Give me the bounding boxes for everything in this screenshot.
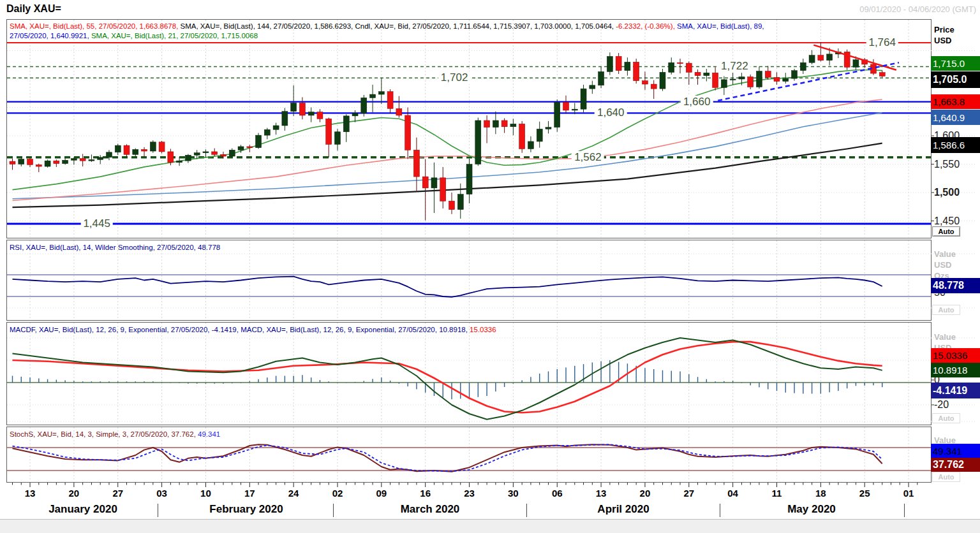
day-tick-label: 10 bbox=[200, 488, 211, 499]
auto-scale-button-price[interactable]: Auto bbox=[932, 226, 960, 237]
auto-scale-button-rsi[interactable]: Auto bbox=[932, 305, 960, 315]
day-tick-label: 25 bbox=[859, 488, 870, 499]
day-tick-label: 20 bbox=[69, 488, 80, 499]
price-badge: 1,586.6 bbox=[931, 137, 980, 153]
axis-title-line: Value bbox=[934, 332, 956, 342]
day-tick-label: 06 bbox=[552, 488, 563, 499]
axis-title-line: USD bbox=[934, 35, 954, 46]
macd-plot-area[interactable] bbox=[7, 323, 931, 425]
auto-scale-button-stoch[interactable]: Auto bbox=[932, 472, 960, 482]
price-badge: 48.778 bbox=[931, 278, 980, 293]
price-badge: -4.1419 bbox=[931, 383, 980, 398]
price-badge: 1,663.8 bbox=[931, 94, 980, 109]
month-label: March 2020 bbox=[401, 503, 460, 516]
auto-scale-button-macd[interactable]: Auto bbox=[932, 413, 960, 423]
day-tick-label: 18 bbox=[815, 488, 826, 499]
day-tick-label: 27 bbox=[683, 488, 694, 499]
month-label: May 2020 bbox=[787, 503, 836, 516]
month-separator bbox=[333, 504, 334, 517]
day-tick-label: 30 bbox=[508, 488, 519, 499]
price-badge: 49.341 bbox=[931, 444, 980, 458]
price-badge: 1,705.0 bbox=[931, 71, 980, 88]
axis-title-line: Price bbox=[934, 24, 954, 35]
month-separator bbox=[526, 504, 527, 517]
day-tick-label: 27 bbox=[112, 488, 123, 499]
y-axis-label: 1,500 bbox=[934, 187, 960, 198]
month-label: January 2020 bbox=[48, 503, 117, 516]
y-axis-label: -20 bbox=[934, 399, 949, 411]
stoch-plot-area[interactable] bbox=[7, 427, 931, 482]
month-separator bbox=[904, 504, 905, 517]
day-tick-label: 09 bbox=[376, 488, 387, 499]
axis-title-price: PriceUSD bbox=[934, 24, 954, 46]
price-badge: 10.8918 bbox=[931, 363, 980, 377]
y-axis-label: 1,550 bbox=[934, 159, 960, 170]
month-label: April 2020 bbox=[597, 503, 649, 516]
price-plot-area[interactable] bbox=[7, 20, 931, 238]
day-tick-label: 13 bbox=[25, 488, 36, 499]
price-badge: 1,640.9 bbox=[931, 110, 980, 125]
day-tick-label: 24 bbox=[288, 488, 299, 499]
day-tick-label: 03 bbox=[156, 488, 167, 499]
date-range: 09/01/2020 - 04/06/2020 (GMT) bbox=[859, 4, 976, 14]
month-separator bbox=[158, 504, 158, 517]
price-badge: 1,715.0 bbox=[931, 56, 980, 71]
chart-title: Daily XAU= bbox=[6, 3, 61, 15]
rsi-plot-area[interactable] bbox=[7, 240, 931, 320]
axis-title-line: Value bbox=[934, 249, 956, 259]
day-tick-label: 13 bbox=[596, 488, 607, 499]
day-tick-label: 11 bbox=[772, 488, 782, 499]
axis-title-line: USD bbox=[934, 259, 956, 270]
price-badge: 15.0336 bbox=[931, 348, 980, 363]
day-tick-label: 20 bbox=[640, 488, 651, 499]
day-tick-label: 01 bbox=[903, 488, 914, 499]
month-label: February 2020 bbox=[209, 503, 283, 516]
day-tick-label: 17 bbox=[244, 488, 255, 499]
day-tick-label: 02 bbox=[332, 488, 343, 499]
axis-title-rsi: ValueUSDOzs bbox=[934, 249, 956, 281]
price-badge: 37.762 bbox=[931, 458, 980, 472]
day-tick-label: 04 bbox=[727, 488, 738, 499]
day-tick-label: 16 bbox=[420, 488, 431, 499]
month-separator bbox=[720, 504, 720, 517]
y-axis-label: 1,450 bbox=[934, 215, 960, 227]
chart-application-window: Daily XAU= 09/01/2020 - 04/06/2020 (GMT)… bbox=[0, 0, 980, 533]
day-tick-label: 23 bbox=[464, 488, 475, 499]
